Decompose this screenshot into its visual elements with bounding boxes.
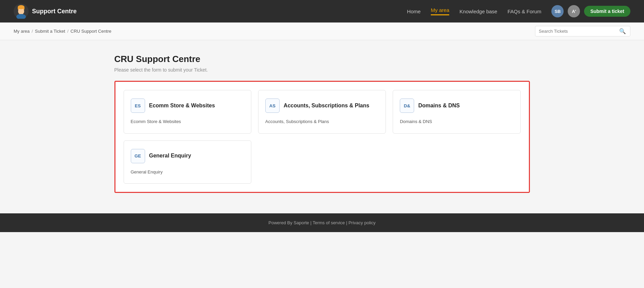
breadcrumb-my-area[interactable]: My area <box>14 29 30 34</box>
brand-title: Support Centre <box>32 8 77 15</box>
breadcrumb-bar: My area / Submit a Ticket / CRU Support … <box>0 22 644 40</box>
card-desc-ecomm: Ecomm Store & Websites <box>131 118 244 125</box>
card-icon-ecomm: ES <box>131 98 145 113</box>
breadcrumb-submit-ticket[interactable]: Submit a Ticket <box>35 29 65 34</box>
card-header-ecomm: ES Ecomm Store & Websites <box>131 98 244 113</box>
card-icon-domains: D& <box>400 98 414 113</box>
card-desc-domains: Domains & DNS <box>400 118 513 125</box>
footer-terms-link[interactable]: Terms of service <box>313 220 345 225</box>
nav-home[interactable]: Home <box>407 9 421 14</box>
nav-my-area[interactable]: My area <box>431 7 449 15</box>
brand-logo <box>14 4 29 19</box>
user-avatar-alt[interactable]: A' <box>568 5 580 17</box>
card-header-domains: D& Domains & DNS <box>400 98 513 113</box>
main-content: CRU Support Centre Please select the for… <box>101 40 544 213</box>
breadcrumb: My area / Submit a Ticket / CRU Support … <box>14 29 111 34</box>
breadcrumb-sep-1: / <box>32 29 33 34</box>
card-icon-accounts: AS <box>265 98 280 113</box>
navbar-actions: SB A' Submit a ticket <box>551 5 630 17</box>
search-box: 🔍 <box>535 26 630 36</box>
footer-privacy-link[interactable]: Privacy policy <box>348 220 375 225</box>
footer-powered-by: Powered By Saporte <box>268 220 309 225</box>
search-input[interactable] <box>539 29 618 34</box>
footer-sep-1: | <box>310 220 313 225</box>
submit-ticket-button[interactable]: Submit a ticket <box>584 6 630 17</box>
card-desc-general: General Enquiry <box>131 169 244 176</box>
category-card-domains[interactable]: D& Domains & DNS Domains & DNS <box>393 90 520 134</box>
categories-grid: ES Ecomm Store & Websites Ecomm Store & … <box>124 90 521 184</box>
navbar: Support Centre Home My area Knowledge ba… <box>0 0 644 22</box>
category-card-general[interactable]: GE General Enquiry General Enquiry <box>124 140 251 184</box>
card-desc-accounts: Accounts, Subscriptions & Plans <box>265 118 379 125</box>
breadcrumb-sep-2: / <box>67 29 68 34</box>
search-button[interactable]: 🔍 <box>618 28 627 34</box>
card-title-accounts: Accounts, Subscriptions & Plans <box>284 102 370 109</box>
page-subtitle: Please select the form to submit your Ti… <box>114 67 530 73</box>
nav-faqs-forum[interactable]: FAQs & Forum <box>507 9 541 14</box>
nav-knowledge-base[interactable]: Knowledge base <box>459 9 497 14</box>
user-avatar[interactable]: SB <box>551 5 564 17</box>
page-title: CRU Support Centre <box>114 54 530 64</box>
footer: Powered By Saporte | Terms of service | … <box>0 213 644 232</box>
nav-links: Home My area Knowledge base FAQs & Forum <box>407 7 541 15</box>
card-header-accounts: AS Accounts, Subscriptions & Plans <box>265 98 379 113</box>
svg-point-3 <box>18 5 25 9</box>
brand: Support Centre <box>14 4 77 19</box>
category-card-ecomm[interactable]: ES Ecomm Store & Websites Ecomm Store & … <box>124 90 251 134</box>
card-title-general: General Enquiry <box>149 152 191 160</box>
card-title-ecomm: Ecomm Store & Websites <box>149 102 215 109</box>
categories-box: ES Ecomm Store & Websites Ecomm Store & … <box>114 81 530 193</box>
card-title-domains: Domains & DNS <box>418 102 460 109</box>
category-card-accounts[interactable]: AS Accounts, Subscriptions & Plans Accou… <box>258 90 386 134</box>
card-header-general: GE General Enquiry <box>131 149 244 163</box>
card-icon-general: GE <box>131 149 145 163</box>
breadcrumb-current: CRU Support Centre <box>70 29 111 34</box>
